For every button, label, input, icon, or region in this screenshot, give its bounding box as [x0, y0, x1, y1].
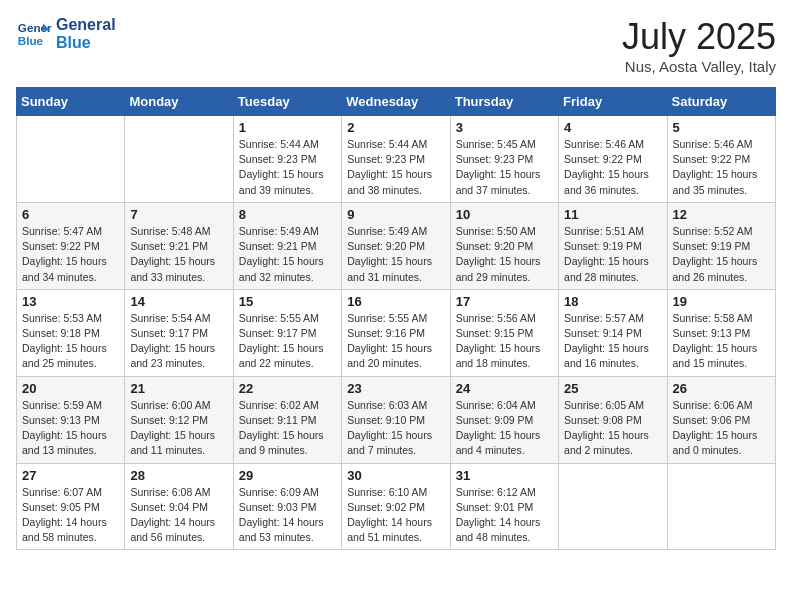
day-info: Sunrise: 5:51 AM Sunset: 9:19 PM Dayligh… [564, 224, 661, 285]
calendar-week-row: 27Sunrise: 6:07 AM Sunset: 9:05 PM Dayli… [17, 463, 776, 550]
day-info: Sunrise: 5:58 AM Sunset: 9:13 PM Dayligh… [673, 311, 770, 372]
logo: General Blue General Blue [16, 16, 116, 52]
day-info: Sunrise: 5:49 AM Sunset: 9:21 PM Dayligh… [239, 224, 336, 285]
calendar-cell [667, 463, 775, 550]
calendar-cell: 15Sunrise: 5:55 AM Sunset: 9:17 PM Dayli… [233, 289, 341, 376]
day-info: Sunrise: 6:10 AM Sunset: 9:02 PM Dayligh… [347, 485, 444, 546]
day-info: Sunrise: 5:48 AM Sunset: 9:21 PM Dayligh… [130, 224, 227, 285]
day-number: 19 [673, 294, 770, 309]
calendar-week-row: 20Sunrise: 5:59 AM Sunset: 9:13 PM Dayli… [17, 376, 776, 463]
calendar-cell: 6Sunrise: 5:47 AM Sunset: 9:22 PM Daylig… [17, 202, 125, 289]
calendar-cell: 19Sunrise: 5:58 AM Sunset: 9:13 PM Dayli… [667, 289, 775, 376]
day-number: 12 [673, 207, 770, 222]
day-number: 1 [239, 120, 336, 135]
day-info: Sunrise: 5:53 AM Sunset: 9:18 PM Dayligh… [22, 311, 119, 372]
calendar-cell: 31Sunrise: 6:12 AM Sunset: 9:01 PM Dayli… [450, 463, 558, 550]
day-number: 3 [456, 120, 553, 135]
day-number: 17 [456, 294, 553, 309]
day-number: 10 [456, 207, 553, 222]
day-info: Sunrise: 6:12 AM Sunset: 9:01 PM Dayligh… [456, 485, 553, 546]
calendar-cell [17, 116, 125, 203]
calendar-cell: 5Sunrise: 5:46 AM Sunset: 9:22 PM Daylig… [667, 116, 775, 203]
day-info: Sunrise: 5:52 AM Sunset: 9:19 PM Dayligh… [673, 224, 770, 285]
day-info: Sunrise: 6:00 AM Sunset: 9:12 PM Dayligh… [130, 398, 227, 459]
calendar-cell: 12Sunrise: 5:52 AM Sunset: 9:19 PM Dayli… [667, 202, 775, 289]
day-number: 9 [347, 207, 444, 222]
day-info: Sunrise: 5:44 AM Sunset: 9:23 PM Dayligh… [347, 137, 444, 198]
logo-text-line2: Blue [56, 34, 116, 52]
day-number: 11 [564, 207, 661, 222]
day-info: Sunrise: 5:46 AM Sunset: 9:22 PM Dayligh… [564, 137, 661, 198]
calendar-week-row: 13Sunrise: 5:53 AM Sunset: 9:18 PM Dayli… [17, 289, 776, 376]
day-number: 5 [673, 120, 770, 135]
day-number: 18 [564, 294, 661, 309]
calendar-cell: 27Sunrise: 6:07 AM Sunset: 9:05 PM Dayli… [17, 463, 125, 550]
day-info: Sunrise: 5:54 AM Sunset: 9:17 PM Dayligh… [130, 311, 227, 372]
calendar-cell: 14Sunrise: 5:54 AM Sunset: 9:17 PM Dayli… [125, 289, 233, 376]
calendar-cell: 2Sunrise: 5:44 AM Sunset: 9:23 PM Daylig… [342, 116, 450, 203]
calendar-cell: 28Sunrise: 6:08 AM Sunset: 9:04 PM Dayli… [125, 463, 233, 550]
calendar-cell: 22Sunrise: 6:02 AM Sunset: 9:11 PM Dayli… [233, 376, 341, 463]
day-number: 29 [239, 468, 336, 483]
day-number: 28 [130, 468, 227, 483]
day-number: 23 [347, 381, 444, 396]
month-title: July 2025 [622, 16, 776, 58]
day-number: 7 [130, 207, 227, 222]
calendar-cell: 29Sunrise: 6:09 AM Sunset: 9:03 PM Dayli… [233, 463, 341, 550]
day-number: 21 [130, 381, 227, 396]
column-header-saturday: Saturday [667, 88, 775, 116]
calendar-cell: 18Sunrise: 5:57 AM Sunset: 9:14 PM Dayli… [559, 289, 667, 376]
calendar-cell: 30Sunrise: 6:10 AM Sunset: 9:02 PM Dayli… [342, 463, 450, 550]
calendar-cell: 11Sunrise: 5:51 AM Sunset: 9:19 PM Dayli… [559, 202, 667, 289]
logo-text-line1: General [56, 16, 116, 34]
day-info: Sunrise: 5:56 AM Sunset: 9:15 PM Dayligh… [456, 311, 553, 372]
day-number: 2 [347, 120, 444, 135]
calendar-cell: 20Sunrise: 5:59 AM Sunset: 9:13 PM Dayli… [17, 376, 125, 463]
calendar-cell: 24Sunrise: 6:04 AM Sunset: 9:09 PM Dayli… [450, 376, 558, 463]
calendar-week-row: 6Sunrise: 5:47 AM Sunset: 9:22 PM Daylig… [17, 202, 776, 289]
day-info: Sunrise: 5:59 AM Sunset: 9:13 PM Dayligh… [22, 398, 119, 459]
calendar-cell: 16Sunrise: 5:55 AM Sunset: 9:16 PM Dayli… [342, 289, 450, 376]
calendar-cell [125, 116, 233, 203]
day-info: Sunrise: 6:05 AM Sunset: 9:08 PM Dayligh… [564, 398, 661, 459]
column-header-tuesday: Tuesday [233, 88, 341, 116]
calendar-cell: 13Sunrise: 5:53 AM Sunset: 9:18 PM Dayli… [17, 289, 125, 376]
day-info: Sunrise: 5:44 AM Sunset: 9:23 PM Dayligh… [239, 137, 336, 198]
day-info: Sunrise: 5:47 AM Sunset: 9:22 PM Dayligh… [22, 224, 119, 285]
calendar-cell: 4Sunrise: 5:46 AM Sunset: 9:22 PM Daylig… [559, 116, 667, 203]
day-info: Sunrise: 6:08 AM Sunset: 9:04 PM Dayligh… [130, 485, 227, 546]
day-number: 6 [22, 207, 119, 222]
svg-text:Blue: Blue [18, 34, 44, 47]
calendar-cell: 17Sunrise: 5:56 AM Sunset: 9:15 PM Dayli… [450, 289, 558, 376]
day-info: Sunrise: 6:04 AM Sunset: 9:09 PM Dayligh… [456, 398, 553, 459]
calendar-cell: 23Sunrise: 6:03 AM Sunset: 9:10 PM Dayli… [342, 376, 450, 463]
column-header-monday: Monday [125, 88, 233, 116]
day-number: 22 [239, 381, 336, 396]
calendar-cell: 26Sunrise: 6:06 AM Sunset: 9:06 PM Dayli… [667, 376, 775, 463]
day-info: Sunrise: 6:07 AM Sunset: 9:05 PM Dayligh… [22, 485, 119, 546]
day-number: 25 [564, 381, 661, 396]
day-number: 30 [347, 468, 444, 483]
day-number: 13 [22, 294, 119, 309]
calendar-header-row: SundayMondayTuesdayWednesdayThursdayFrid… [17, 88, 776, 116]
calendar-cell [559, 463, 667, 550]
calendar-cell: 8Sunrise: 5:49 AM Sunset: 9:21 PM Daylig… [233, 202, 341, 289]
day-number: 20 [22, 381, 119, 396]
logo-icon: General Blue [16, 16, 52, 52]
day-info: Sunrise: 5:46 AM Sunset: 9:22 PM Dayligh… [673, 137, 770, 198]
day-info: Sunrise: 6:02 AM Sunset: 9:11 PM Dayligh… [239, 398, 336, 459]
column-header-friday: Friday [559, 88, 667, 116]
location-subtitle: Nus, Aosta Valley, Italy [622, 58, 776, 75]
day-number: 24 [456, 381, 553, 396]
day-info: Sunrise: 5:45 AM Sunset: 9:23 PM Dayligh… [456, 137, 553, 198]
column-header-wednesday: Wednesday [342, 88, 450, 116]
day-info: Sunrise: 6:06 AM Sunset: 9:06 PM Dayligh… [673, 398, 770, 459]
calendar-cell: 7Sunrise: 5:48 AM Sunset: 9:21 PM Daylig… [125, 202, 233, 289]
day-number: 4 [564, 120, 661, 135]
title-block: July 2025 Nus, Aosta Valley, Italy [622, 16, 776, 75]
column-header-sunday: Sunday [17, 88, 125, 116]
calendar-cell: 1Sunrise: 5:44 AM Sunset: 9:23 PM Daylig… [233, 116, 341, 203]
calendar-cell: 3Sunrise: 5:45 AM Sunset: 9:23 PM Daylig… [450, 116, 558, 203]
calendar-week-row: 1Sunrise: 5:44 AM Sunset: 9:23 PM Daylig… [17, 116, 776, 203]
column-header-thursday: Thursday [450, 88, 558, 116]
